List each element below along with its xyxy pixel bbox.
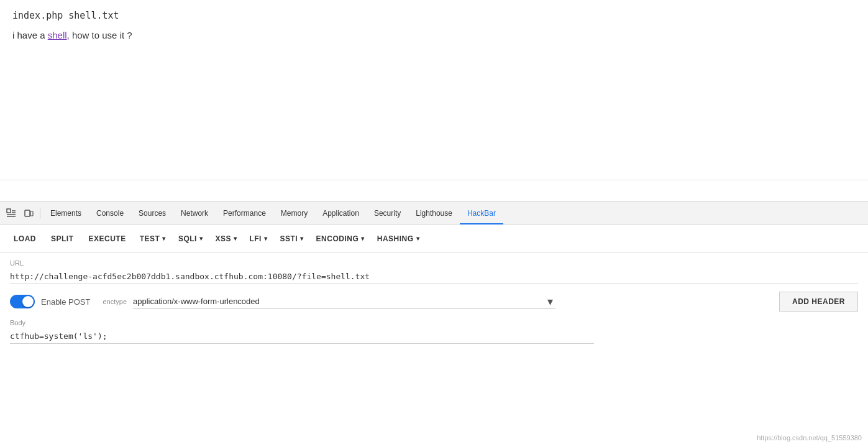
enable-post-toggle[interactable]: [10, 295, 35, 308]
enable-post-container: Enable POST: [10, 295, 91, 308]
load-button[interactable]: LOAD: [7, 231, 42, 247]
svg-rect-6: [30, 211, 33, 216]
enable-post-label: Enable POST: [41, 297, 91, 307]
execute-button[interactable]: EXECUTE: [83, 231, 132, 247]
lfi-dropdown[interactable]: LFI ▾: [244, 231, 272, 247]
url-label: URL: [10, 259, 858, 267]
svg-rect-5: [25, 210, 30, 216]
encoding-arrow-icon: ▾: [361, 235, 365, 242]
ssti-dropdown[interactable]: SSTI ▾: [275, 231, 308, 247]
tab-elements[interactable]: Elements: [43, 202, 89, 224]
body-suffix: , how to use it ?: [67, 30, 132, 40]
body-label: Body: [10, 319, 858, 326]
body-input[interactable]: [10, 329, 594, 344]
tab-application[interactable]: Application: [315, 202, 367, 224]
body-prefix: i have a: [12, 30, 48, 40]
devtools-panel: Elements Console Sources Network Perform…: [0, 201, 868, 444]
page-body: i have a shell, how to use it ?: [12, 30, 856, 40]
test-arrow-icon: ▾: [162, 235, 166, 242]
hashing-arrow-icon: ▾: [416, 235, 420, 242]
devtools-tabs-bar: Elements Console Sources Network Perform…: [0, 202, 868, 224]
enctype-select[interactable]: application/x-www-form-urlencoded multip…: [133, 294, 555, 308]
post-row: Enable POST enctype application/x-www-fo…: [10, 292, 858, 312]
xss-arrow-icon: ▾: [234, 235, 237, 242]
encoding-dropdown[interactable]: ENCODING ▾: [311, 231, 370, 247]
lfi-arrow-icon: ▾: [264, 235, 268, 242]
tab-sources[interactable]: Sources: [131, 202, 173, 224]
svg-rect-0: [7, 209, 11, 213]
test-dropdown[interactable]: TEST ▾: [135, 231, 171, 247]
ssti-arrow-icon: ▾: [300, 235, 304, 242]
hackbar-toolbar: LOAD SPLIT EXECUTE TEST ▾ SQLI ▾ XSS ▾ L…: [0, 224, 868, 253]
device-toolbar-icon[interactable]: [20, 205, 37, 222]
tab-performance[interactable]: Performance: [216, 202, 273, 224]
url-input[interactable]: [10, 269, 858, 284]
hashing-dropdown[interactable]: HASHING ▾: [372, 231, 424, 247]
inspect-icon[interactable]: [2, 205, 20, 222]
tab-network[interactable]: Network: [173, 202, 216, 224]
hackbar-content: URL Enable POST enctype application/x-ww…: [0, 253, 868, 444]
tab-divider: [40, 208, 40, 219]
tab-memory[interactable]: Memory: [273, 202, 315, 224]
enctype-label: enctype: [103, 298, 127, 305]
enctype-select-wrapper: application/x-www-form-urlencoded multip…: [133, 294, 555, 309]
tab-security[interactable]: Security: [367, 202, 408, 224]
shell-link[interactable]: shell: [48, 30, 67, 40]
sqli-dropdown[interactable]: SQLI ▾: [173, 231, 208, 247]
body-section: Body: [10, 319, 858, 344]
tab-lighthouse[interactable]: Lighthouse: [408, 202, 460, 224]
main-content: index.php shell.txt i have a shell, how …: [0, 0, 868, 180]
sqli-arrow-icon: ▾: [199, 235, 203, 242]
tab-console[interactable]: Console: [89, 202, 131, 224]
tab-hackbar[interactable]: HackBar: [460, 202, 503, 224]
page-title: index.php shell.txt: [12, 10, 856, 21]
add-header-button[interactable]: ADD HEADER: [779, 292, 858, 312]
xss-dropdown[interactable]: XSS ▾: [210, 231, 242, 247]
enctype-container: enctype application/x-www-form-urlencode…: [103, 294, 767, 309]
url-section: URL: [10, 259, 858, 284]
split-button[interactable]: SPLIT: [45, 231, 80, 247]
watermark: https://blog.csdn.net/qq_51559380: [757, 434, 862, 442]
